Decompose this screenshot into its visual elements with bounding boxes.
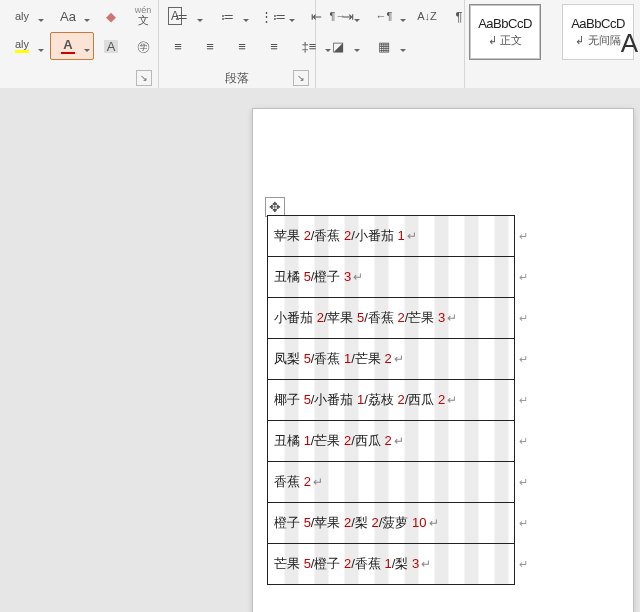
- align-left-button[interactable]: ≡: [163, 32, 193, 60]
- cell-number: 2: [398, 310, 405, 325]
- paragraph-mark-icon: ↵: [394, 434, 404, 448]
- cell-number: 10: [412, 515, 426, 530]
- cell-number: 2: [372, 515, 379, 530]
- paragraph-mark-icon: ↵: [421, 557, 431, 571]
- cell-text: /西瓜: [351, 433, 384, 448]
- align-center-button[interactable]: ≡: [195, 32, 225, 60]
- cell-number: 3: [438, 310, 445, 325]
- cell-text: /芒果: [311, 433, 344, 448]
- paragraph-group-label: 段落 ↘: [163, 70, 311, 88]
- cell-number: 2: [304, 474, 311, 489]
- change-case-button[interactable]: Aa: [50, 2, 94, 30]
- table-row[interactable]: 凤梨 5/香蕉 1/芒果 2↵↵: [268, 339, 515, 380]
- ribbon-group-styles: AaBbCcD ↲ 正文 AaBbCcD ↲ 无间隔: [465, 0, 640, 88]
- cell-text: /香蕉: [311, 351, 344, 366]
- cell-text: /小番茄: [351, 228, 397, 243]
- align-right-button[interactable]: ≡: [227, 32, 257, 60]
- cell-text: 丑橘: [274, 433, 304, 448]
- table-cell[interactable]: 香蕉 2↵↵: [268, 462, 515, 503]
- cell-text: 橙子: [274, 515, 304, 530]
- table-cell[interactable]: 芒果 5/橙子 2/香蕉 1/梨 3↵↵: [268, 544, 515, 585]
- paragraph-mark-icon: ↵: [353, 270, 363, 284]
- paragraph-mark-icon: ↵: [394, 352, 404, 366]
- style-tile-normal[interactable]: AaBbCcD ↲ 正文: [469, 4, 541, 60]
- text-direction-rtl-button[interactable]: ←¶: [366, 2, 410, 30]
- font-color-button[interactable]: A: [50, 32, 94, 60]
- cell-number: 2: [438, 392, 445, 407]
- document-area: ✥ 苹果 2/香蕉 2/小番茄 1↵↵丑橘 5/橙子 3↵↵小番茄 2/苹果 5…: [0, 88, 640, 612]
- sort-button[interactable]: A↓Z: [412, 2, 442, 30]
- row-end-mark-icon: ↵: [519, 230, 528, 243]
- cell-number: 3: [344, 269, 351, 284]
- justify-button[interactable]: ≡: [259, 32, 289, 60]
- table-row[interactable]: 芒果 5/橙子 2/香蕉 1/梨 3↵↵: [268, 544, 515, 585]
- table-row[interactable]: 小番茄 2/苹果 5/香蕉 2/芒果 3↵↵: [268, 298, 515, 339]
- bullets-button[interactable]: ≔: [163, 2, 207, 30]
- table-cell[interactable]: 椰子 5/小番茄 1/荔枝 2/西瓜 2↵↵: [268, 380, 515, 421]
- table-row[interactable]: 香蕉 2↵↵: [268, 462, 515, 503]
- character-shading-button[interactable]: A: [96, 32, 126, 60]
- cell-text: 丑橘: [274, 269, 304, 284]
- row-end-mark-icon: ↵: [519, 517, 528, 530]
- cell-number: 1: [385, 556, 392, 571]
- font-dialog-launcher[interactable]: ↘: [136, 70, 152, 86]
- ribbon-group-paragraph-2: ¶→ ←¶ A↓Z ¶ ◪ ▦: [316, 0, 465, 88]
- table-row[interactable]: 丑橘 5/橙子 3↵↵: [268, 257, 515, 298]
- table-cell[interactable]: 苹果 2/香蕉 2/小番茄 1↵↵: [268, 216, 515, 257]
- cell-text: /香蕉: [364, 310, 397, 325]
- shading-button[interactable]: ◪: [320, 32, 364, 60]
- enclose-characters-button[interactable]: ㊫: [128, 32, 158, 60]
- row-end-mark-icon: ↵: [519, 271, 528, 284]
- multilevel-list-button[interactable]: ⋮≔: [255, 2, 299, 30]
- table-row[interactable]: 苹果 2/香蕉 2/小番茄 1↵↵: [268, 216, 515, 257]
- table-cell[interactable]: 凤梨 5/香蕉 1/芒果 2↵↵: [268, 339, 515, 380]
- cell-number: 5: [304, 515, 311, 530]
- cell-text: /芒果: [351, 351, 384, 366]
- font-size-large-icon: A: [621, 28, 638, 59]
- page: ✥ 苹果 2/香蕉 2/小番茄 1↵↵丑橘 5/橙子 3↵↵小番茄 2/苹果 5…: [252, 108, 634, 612]
- cell-number: 1: [304, 433, 311, 448]
- cell-text: /梨: [351, 515, 371, 530]
- ribbon-group-paragraph: ≔ ≔ ⋮≔ ⇤ ⇥ ≡ ≡ ≡ ≡ ‡≡ 段落 ↘: [159, 0, 316, 88]
- cell-text: 小番茄: [274, 310, 317, 325]
- borders-button[interactable]: ▦: [366, 32, 410, 60]
- cell-text: /西瓜: [405, 392, 438, 407]
- font-group-label: ↘: [4, 70, 154, 88]
- paragraph-dialog-launcher[interactable]: ↘: [293, 70, 309, 86]
- cell-number: 5: [304, 269, 311, 284]
- text-direction-ltr-button[interactable]: ¶→: [320, 2, 364, 30]
- text-highlight-button[interactable]: aly: [4, 32, 48, 60]
- row-end-mark-icon: ↵: [519, 312, 528, 325]
- cell-number: 1: [398, 228, 405, 243]
- cell-number: 2: [317, 310, 324, 325]
- cell-number: 2: [385, 433, 392, 448]
- cell-text: /梨: [392, 556, 412, 571]
- cell-number: 5: [304, 351, 311, 366]
- cell-number: 2: [304, 228, 311, 243]
- document-table[interactable]: 苹果 2/香蕉 2/小番茄 1↵↵丑橘 5/橙子 3↵↵小番茄 2/苹果 5/香…: [267, 215, 515, 585]
- table-cell[interactable]: 丑橘 1/芒果 2/西瓜 2↵↵: [268, 421, 515, 462]
- table-move-handle[interactable]: ✥: [265, 197, 285, 217]
- phonetic-guide-button[interactable]: wén 文: [128, 2, 158, 30]
- table-row[interactable]: 橙子 5/苹果 2/梨 2/菠萝 10↵↵: [268, 503, 515, 544]
- row-end-mark-icon: ↵: [519, 558, 528, 571]
- paragraph-mark-icon: ↵: [447, 311, 457, 325]
- table-cell[interactable]: 丑橘 5/橙子 3↵↵: [268, 257, 515, 298]
- table-cell[interactable]: 橙子 5/苹果 2/梨 2/菠萝 10↵↵: [268, 503, 515, 544]
- cell-text: /橙子: [311, 269, 344, 284]
- cell-text: /香蕉: [351, 556, 384, 571]
- clear-formatting-button[interactable]: ◆: [96, 2, 126, 30]
- cell-text: /香蕉: [311, 228, 344, 243]
- numbering-button[interactable]: ≔: [209, 2, 253, 30]
- table-cell[interactable]: 小番茄 2/苹果 5/香蕉 2/芒果 3↵↵: [268, 298, 515, 339]
- cell-text: 芒果: [274, 556, 304, 571]
- cell-text: /橙子: [311, 556, 344, 571]
- table-row[interactable]: 丑橘 1/芒果 2/西瓜 2↵↵: [268, 421, 515, 462]
- row-end-mark-icon: ↵: [519, 394, 528, 407]
- cell-text: /荔枝: [364, 392, 397, 407]
- strikethrough-button[interactable]: aly: [4, 2, 48, 30]
- cell-text: /芒果: [405, 310, 438, 325]
- cell-text: /苹果: [324, 310, 357, 325]
- table-row[interactable]: 椰子 5/小番茄 1/荔枝 2/西瓜 2↵↵: [268, 380, 515, 421]
- cell-text: 苹果: [274, 228, 304, 243]
